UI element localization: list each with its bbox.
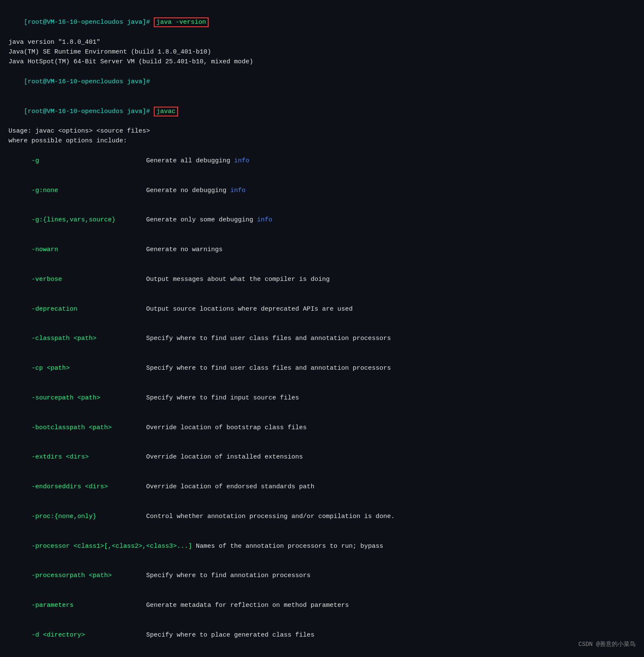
option-processor-desc: Names of the annotation processors to ru… [192, 543, 383, 550]
option-bootclasspath-flag: -bootclasspath <path> [24, 424, 146, 431]
option-d-desc: Specify where to place generated class f… [146, 632, 314, 639]
option-sourcepath-flag: -sourcepath <path> [24, 394, 146, 402]
option-deprecation-flag: -deprecation [24, 306, 146, 313]
option-proc-flag: -proc:{none,only} [24, 513, 146, 520]
option-cp-flag: -cp <path> [24, 365, 146, 372]
option-sourcepath: -sourcepath <path> Specify where to find… [8, 383, 636, 413]
prompt-1: [root@VM-16-10-opencloudos java]# [24, 19, 154, 26]
option-g-none-flag: -g:none [24, 187, 146, 194]
option-deprecation: -deprecation Output source locations whe… [8, 294, 636, 324]
java-version-command: java -version [154, 17, 209, 27]
option-endorseddirs-desc: Override location of endorsed standards … [146, 483, 314, 490]
option-verbose-desc: Output messages about what the compiler … [146, 276, 330, 283]
line-runtime-env: Java(TM) SE Runtime Environment (build 1… [8, 47, 636, 57]
option-nowarn-desc: Generate no warnings [146, 246, 223, 253]
option-parameters: -parameters Generate metadata for reflec… [8, 591, 636, 620]
option-sourcepath-desc: Specify where to find input source files [146, 394, 299, 402]
terminal-window: [root@VM-16-10-opencloudos java]# java -… [8, 8, 636, 657]
prompt-2: [root@VM-16-10-opencloudos java]# [24, 78, 150, 85]
option-g-info: info [234, 157, 249, 164]
option-extdirs-desc: Override location of installed extension… [146, 453, 303, 461]
watermark-text: CSDN @善意的小菜鸟 [579, 640, 636, 649]
option-parameters-desc: Generate metadata for reflection on meth… [146, 602, 349, 609]
line-hotspot-vm: Java HotSpot(TM) 64-Bit Server VM (build… [8, 57, 636, 67]
line-java-version-output: java version "1.8.0_401" [8, 37, 636, 47]
option-nowarn-flag: -nowarn [24, 246, 146, 253]
option-g: -g Generate all debugging info [8, 146, 636, 176]
option-processorpath: -processorpath <path> Specify where to f… [8, 561, 636, 591]
option-verbose: -verbose Output messages about what the … [8, 265, 636, 295]
option-proc-desc: Control whether annotation processing an… [146, 513, 395, 520]
option-nowarn: -nowarn Generate no warnings [8, 235, 636, 265]
option-parameters-flag: -parameters [24, 602, 146, 609]
option-classpath-desc: Specify where to find user class files a… [146, 335, 391, 342]
option-g-detail-info: info [257, 216, 272, 224]
option-endorseddirs: -endorseddirs <dirs> Override location o… [8, 472, 636, 502]
option-bootclasspath-desc: Override location of bootstrap class fil… [146, 424, 307, 431]
option-endorseddirs-flag: -endorseddirs <dirs> [24, 483, 146, 490]
option-proc: -proc:{none,only} Control whether annota… [8, 502, 636, 532]
line-prompt-empty-1: [root@VM-16-10-opencloudos java]# [8, 67, 636, 97]
option-processor-flag: -processor <class1>[,<class2>,<class3>..… [24, 543, 192, 550]
option-processorpath-flag: -processorpath <path> [24, 572, 146, 579]
javac-command: javac [154, 107, 178, 116]
option-bootclasspath: -bootclasspath <path> Override location … [8, 413, 636, 442]
option-classpath-flag: -classpath <path> [24, 335, 146, 342]
option-g-desc: Generate all debugging [146, 157, 234, 164]
option-g-detail-desc: Generate only some debugging [146, 216, 257, 224]
option-classpath: -classpath <path> Specify where to find … [8, 324, 636, 354]
option-d: -d <directory> Specify where to place ge… [8, 620, 636, 650]
option-d-flag: -d <directory> [24, 632, 146, 639]
line-usage: Usage: javac <options> <source files> [8, 126, 636, 136]
option-g-detail: -g:{lines,vars,source} Generate only som… [8, 205, 636, 235]
option-deprecation-desc: Output source locations where deprecated… [146, 306, 353, 313]
option-s: -s <directory> Specify where to place ge… [8, 650, 636, 657]
option-cp-desc: Specify where to find user class files a… [146, 365, 391, 372]
line-where: where possible options include: [8, 136, 636, 146]
option-g-none: -g:none Generate no debugging info [8, 176, 636, 205]
prompt-3: [root@VM-16-10-opencloudos java]# [24, 108, 154, 115]
line-javac-cmd: [root@VM-16-10-opencloudos java]# javac [8, 96, 636, 126]
option-g-detail-flag: -g:{lines,vars,source} [24, 216, 146, 224]
option-g-none-info: info [230, 187, 246, 194]
line-java-version-cmd: [root@VM-16-10-opencloudos java]# java -… [8, 8, 636, 37]
option-processorpath-desc: Specify where to find annotation process… [146, 572, 311, 579]
option-cp: -cp <path> Specify where to find user cl… [8, 354, 636, 383]
option-extdirs: -extdirs <dirs> Override location of ins… [8, 442, 636, 472]
option-extdirs-flag: -extdirs <dirs> [24, 453, 146, 461]
option-g-flag: -g [24, 157, 146, 164]
option-g-none-desc: Generate no debugging [146, 187, 230, 194]
option-processor: -processor <class1>[,<class2>,<class3>..… [8, 531, 636, 561]
option-verbose-flag: -verbose [24, 276, 146, 283]
